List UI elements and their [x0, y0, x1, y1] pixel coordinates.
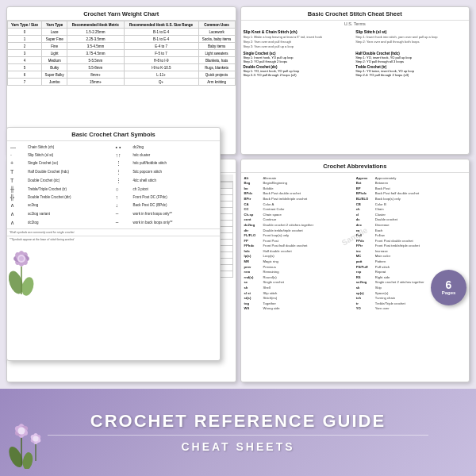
abbrev-value: Wrong side	[263, 306, 280, 310]
abbrev-key: hdc	[244, 249, 262, 253]
symbol-icon: ⋮	[116, 160, 132, 167]
abbrev-row: PS/PuffPuff stitch	[356, 265, 466, 269]
abbrev-key: sp(s)	[356, 291, 374, 295]
table-row: 0Lace1.5-2.25mmB-1 to E-4Lacework	[8, 29, 236, 36]
abbrev-key: sc2tog	[356, 280, 374, 284]
abbrev-key: BPhdc	[356, 191, 374, 195]
abbrev-key: MC	[356, 254, 374, 258]
symbol-row: • •dc2tog	[116, 144, 217, 150]
abbrev-value: Double treble/triple crochet	[263, 228, 303, 232]
abbrev-value: Yarn over	[375, 306, 390, 310]
abbrev-key: CA	[244, 202, 262, 206]
abbrev-value: Back Post	[375, 186, 390, 190]
abbrev-key: tch	[356, 296, 374, 300]
abbrev-value: Remaining	[263, 270, 279, 274]
symbol-row: ○ch 3 picot	[116, 186, 217, 192]
symbol-icon: ↑	[116, 194, 132, 200]
abbrev-value: Back Post double crochet	[263, 191, 301, 195]
abbrev-value: Chain	[375, 207, 384, 211]
abbrev-key: RS	[356, 275, 374, 279]
symbol-row: ⋮5dc popcorn stitch	[116, 169, 217, 175]
symbol-description: Half Double Crochet (hdc)	[28, 170, 69, 174]
abbrev-row: lp(s)Loop(s)	[244, 254, 354, 258]
abbrev-value: Back Post half double crochet	[375, 191, 419, 195]
symbol-row: ╫Treble/Triple Crochet (tr)	[10, 186, 112, 192]
abbrev-value: Pattern	[375, 259, 386, 263]
abbrev-row: FollFollow	[356, 233, 466, 237]
symbol-row: ~work in front loops only**	[116, 211, 217, 217]
abbrev-row: ApproxApproximately	[356, 176, 466, 180]
abbrev-row: MCMain color	[356, 254, 466, 258]
abbrev-key: CC	[244, 207, 262, 211]
abbrev-value: Loop(s)	[263, 254, 274, 258]
sheets-area: Crochet Yarn Weight Chart Yarn Type / Si…	[0, 0, 476, 389]
abbrev-key: rnd(s)	[244, 275, 262, 279]
abbrev-row: BegBegin/Beginning	[244, 181, 354, 185]
symbol-icon: ╬	[10, 194, 26, 200]
abbrev-row: BetBetween	[356, 181, 466, 185]
abbrev-row: FL/FLOFront loop(s) only	[244, 233, 354, 237]
col-size: Yarn Type / Size	[8, 21, 42, 29]
abbrev-row: dc2togDouble crochet 2 stitches together	[244, 223, 354, 227]
symbol-description: hdc puff/bobble stitch	[133, 161, 167, 165]
chart-symbols-title: Basic Crochet Chart Symbols	[7, 128, 220, 141]
svg-point-15	[18, 428, 25, 435]
abbrev-value: Together	[263, 301, 276, 305]
basic-stitch-subtitle: U.S. Terms	[241, 21, 470, 27]
symbol-description: 4dc shell stitch	[133, 178, 157, 182]
sc-item: Single Crochet (sc)Step 1: Insert hook, …	[244, 52, 355, 63]
abbrev-value: Follow	[375, 233, 385, 237]
abbrev-value: Cluster	[375, 213, 386, 217]
abbrev-row: WSWrong side	[244, 306, 354, 310]
slip-step2: Step 2: Yarn over and pull through both …	[355, 40, 466, 44]
table-row: 7Jumbo15mm+Q+Arm knitting	[8, 79, 236, 86]
abbrev-value: Increase	[375, 249, 388, 253]
table-row: 1Super Fine2.25-3.5mmB-1 to E-4Socks, ba…	[8, 36, 236, 43]
abbrev-row: BL/BLOBack loop(s) only	[356, 197, 466, 201]
abbrev-key: BP	[356, 186, 374, 190]
tr-item: Treble Crochet (tr)Step 1: YO twice, ins…	[355, 65, 466, 77]
abbrev-value: Color A	[263, 202, 274, 206]
symbol-description: 5dc popcorn stitch	[133, 170, 163, 174]
svg-point-9	[6, 444, 26, 469]
col-uses: Common Uses	[198, 21, 235, 29]
symbol-icon: —	[10, 144, 26, 150]
abbrev-value: Single crochet	[263, 280, 285, 284]
abbrev-value: Slip stitch	[263, 291, 278, 295]
abbrev-key: dc2tog	[244, 223, 262, 227]
bottom-banner: CROCHET REFERENCE GUIDE CHEAT SHEETS	[0, 389, 476, 476]
abbrev-value: Between	[375, 181, 388, 185]
symbol-row: ·Slip Stitch (sl st)	[10, 152, 112, 158]
abbrev-row: contContinue	[244, 217, 354, 221]
abbreviations-title: Crochet Abbreviations	[241, 159, 470, 173]
abbrev-value: Back Post treble/triple crochet	[263, 197, 308, 201]
symbol-row: +Single Crochet (sc)	[10, 160, 112, 167]
abbrev-value: Chain space	[263, 213, 282, 217]
pages-badge: 6 Pages	[431, 270, 466, 305]
symbol-icon: ∧	[10, 202, 26, 209]
abbrev-row: dcDouble crochet	[356, 217, 466, 221]
abbrev-key: Ch-sp	[244, 213, 262, 217]
symbol-icon: ↑↑	[116, 152, 132, 158]
symbol-description: dc2tog	[133, 145, 144, 149]
symbol-icon: +	[10, 160, 26, 166]
symbol-row: ⋮4dc shell stitch	[116, 178, 217, 184]
abbrev-value: Color B	[375, 202, 386, 206]
abbrev-value: Space(s)	[375, 291, 389, 295]
abbrev-value: Main color	[375, 254, 390, 258]
abbrev-key: cont	[244, 217, 262, 221]
abbrev-key: FL/FLO	[244, 233, 262, 237]
abbrev-value: Back loop(s) only	[375, 197, 401, 201]
abbrev-key: Foll	[356, 233, 374, 237]
dc-item: Double Crochet (dc)Step 1: YO, insert ho…	[244, 65, 355, 77]
abbrev-key: rem	[244, 270, 262, 274]
abbrev-key: inc	[356, 249, 374, 253]
symbol-row: TDouble Crochet (dc)	[10, 178, 112, 184]
abbrev-row: boBobble	[244, 186, 354, 190]
abbrev-key: sc	[244, 280, 262, 284]
abbrev-value: Treble/Triple crochet	[375, 301, 405, 305]
symbol-description: Double Treble Crochet (dtr)	[28, 195, 71, 199]
abbrev-key: dec	[356, 223, 374, 227]
abbrev-key: CB	[356, 202, 374, 206]
abbrev-row: dtrDouble treble/triple crochet	[244, 228, 354, 232]
